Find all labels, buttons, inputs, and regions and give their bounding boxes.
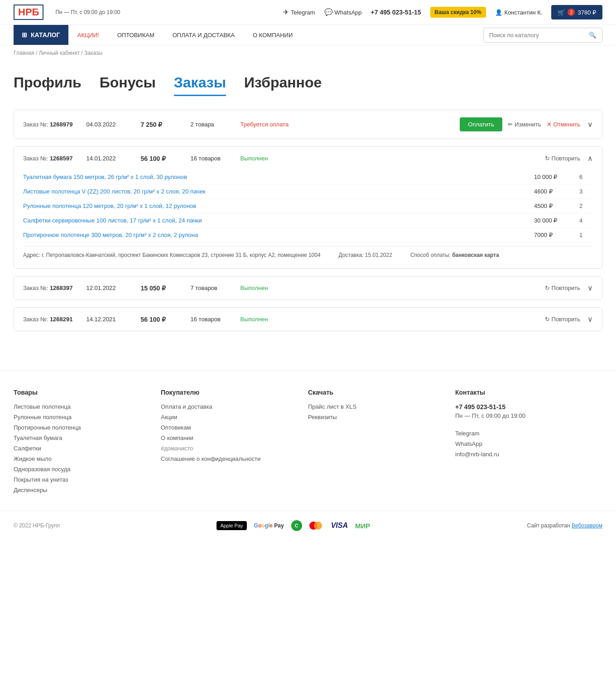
footer-email-link[interactable]: info@nrb-land.ru: [455, 451, 602, 458]
footer-goods: Товары Листовые полотенца Рулонные полот…: [14, 389, 161, 497]
telegram-link[interactable]: ✈ Telegram: [283, 8, 315, 16]
order-actions: ↻ Повторить ∧: [545, 154, 593, 163]
search-input[interactable]: [484, 28, 583, 42]
footer-goods-link-8[interactable]: Покрытия на унитаз: [14, 476, 161, 483]
footer-whatsapp-link[interactable]: WhatsApp: [455, 440, 602, 447]
product-qty: 3: [579, 188, 593, 195]
order-date: 14.12.2021: [87, 316, 127, 323]
header-left: НРБ Пн — Пт, с 09:00 до 19:00: [14, 5, 120, 20]
tab-bonuses[interactable]: Бонусы: [100, 74, 156, 96]
footer-goods-link-3[interactable]: Протирочные полотенца: [14, 424, 161, 431]
footer-buyer-link-4[interactable]: О компании: [161, 435, 308, 441]
footer-goods-link-5[interactable]: Салфетки: [14, 445, 161, 452]
footer-goods-link-1[interactable]: Листовые полотенца: [14, 403, 161, 410]
user-link[interactable]: 👤 Константин К.: [495, 9, 543, 16]
sber-icon: С: [291, 520, 302, 531]
repeat-label: Повторить: [552, 285, 580, 291]
footer-goods-link-2[interactable]: Рулонные полотенца: [14, 414, 161, 420]
product-link[interactable]: Протирочное полотенце 300 метров, 20 гр/…: [23, 232, 534, 238]
tab-profile[interactable]: Профиль: [14, 74, 82, 96]
breadcrumb-orders: Заказы: [84, 50, 102, 56]
footer-contacts: Контакты +7 495 023-51-15 Пн — Пт, с 09:…: [455, 389, 602, 497]
cart-sum: 3780 ₽: [578, 9, 596, 16]
product-link[interactable]: Листовые полотенца V (ZZ) 200 листов, 20…: [23, 188, 534, 195]
product-link[interactable]: Салфетки сервировочные 100 листов, 17 гр…: [23, 217, 534, 224]
product-link[interactable]: Рулонные полотенца 120 метров, 20 гр/м² …: [23, 203, 534, 209]
breadcrumb-cabinet[interactable]: Личный кабинет: [39, 50, 80, 56]
footer-goods-link-6[interactable]: Жидкое мыло: [14, 455, 161, 462]
cart-button[interactable]: 🛒 2 3780 ₽: [551, 5, 602, 19]
change-button[interactable]: ✏ Изменить: [508, 121, 541, 128]
footer-download: Скачать Прайс лист в XLS Реквизиты: [308, 389, 455, 497]
footer-buyer-title: Покупателю: [161, 389, 308, 396]
tab-orders[interactable]: Заказы: [174, 74, 226, 96]
nav-delivery[interactable]: ОПЛАТА И ДОСТАВКА: [164, 25, 244, 45]
payment-icons: Apple Pay Google Pay С VISA МИР: [217, 520, 370, 531]
repeat-icon: ↻: [545, 316, 550, 323]
order-sum: 7 250 ₽: [141, 121, 177, 128]
product-link[interactable]: Туалетная бумага 150 метров, 26 гр/м² х …: [23, 174, 534, 180]
repeat-button[interactable]: ↻ Повторить: [545, 155, 580, 162]
nav-about[interactable]: О КОМПАНИИ: [244, 25, 302, 45]
edit-icon: ✏: [508, 121, 513, 128]
order-row: Заказ №: 1268597 14.01.2022 56 100 ₽ 16 …: [14, 147, 602, 170]
developer-text: Сайт разработан: [527, 522, 572, 529]
footer-buyer-link-3[interactable]: Оптовикам: [161, 424, 308, 431]
footer-download-link-2[interactable]: Реквизиты: [308, 414, 455, 420]
footer-goods-link-7[interactable]: Одноразовая посуда: [14, 466, 161, 473]
order-actions: Оплатить ✏ Изменить ✕ Отменить ∨: [460, 117, 593, 131]
catalog-button[interactable]: ⊞ КАТАЛОГ: [14, 25, 68, 45]
footer-telegram-link[interactable]: Telegram: [455, 430, 602, 437]
order-address: Адрес: г. Петропавловск-Камчатский, прос…: [23, 252, 321, 258]
developer-link[interactable]: Вебозавром: [572, 522, 602, 529]
whatsapp-link[interactable]: 💬 WhatsApp: [324, 8, 362, 16]
search-button[interactable]: 🔍: [583, 28, 602, 42]
order-number: Заказ №: 1268597: [23, 155, 73, 162]
payment-label: Способ оплаты:: [410, 252, 451, 258]
footer-buyer-link-1[interactable]: Оплата и доставка: [161, 403, 308, 410]
product-row-3: Рулонные полотенца 120 метров, 20 гр/м² …: [23, 199, 593, 213]
product-row-4: Салфетки сервировочные 100 листов, 17 гр…: [23, 213, 593, 228]
footer-goods-link-9[interactable]: Диспенсеры: [14, 487, 161, 493]
cancel-button[interactable]: ✕ Отменить: [547, 121, 580, 128]
collapse-button[interactable]: ∧: [587, 154, 593, 163]
product-row-1: Туалетная бумага 150 метров, 26 гр/м² х …: [23, 170, 593, 184]
address-value: г. Петропавловск-Камчатский, проспект Ба…: [42, 252, 321, 258]
footer-buyer-link-5[interactable]: #домачисто: [161, 445, 308, 452]
repeat-button[interactable]: ↻ Повторить: [545, 316, 580, 323]
phone-number: +7 495 023-51-15: [371, 9, 421, 16]
expand-button[interactable]: ∨: [587, 315, 593, 324]
expand-button[interactable]: ∨: [587, 120, 593, 129]
footer-buyer-link-6[interactable]: Соглашение о конфиденциальности: [161, 455, 308, 462]
footer-download-link-1[interactable]: Прайс лист в XLS: [308, 403, 455, 410]
breadcrumb-home[interactable]: Главная: [14, 50, 34, 56]
logo-text: НРБ: [18, 6, 39, 18]
mir-icon: МИР: [355, 522, 370, 530]
product-row-2: Листовые полотенца V (ZZ) 200 листов, 20…: [23, 184, 593, 199]
nav-actions[interactable]: АКЦИИ!: [68, 25, 108, 45]
footer-goods-link-4[interactable]: Туалетная бумага: [14, 435, 161, 441]
order-sum: 56 100 ₽: [141, 155, 177, 162]
expand-button[interactable]: ∨: [587, 284, 593, 292]
payment-method: банковская карта: [452, 252, 499, 258]
tab-favorites[interactable]: Избранное: [244, 74, 322, 96]
delivery-label: Доставка:: [339, 252, 364, 258]
pay-button[interactable]: Оплатить: [460, 117, 502, 131]
repeat-button[interactable]: ↻ Повторить: [545, 285, 580, 291]
order-date: 04.03.2022: [87, 121, 127, 128]
footer-buyer-link-2[interactable]: Акции: [161, 414, 308, 420]
logo[interactable]: НРБ: [14, 5, 43, 20]
header: НРБ Пн — Пт, с 09:00 до 19:00 ✈ Telegram…: [0, 0, 616, 25]
order-row: Заказ №: 1268291 14.12.2021 56 100 ₽ 16 …: [14, 308, 602, 331]
repeat-label: Повторить: [552, 155, 580, 162]
nav-wholesale[interactable]: ОПТОВИКАМ: [108, 25, 164, 45]
repeat-label: Повторить: [552, 316, 580, 323]
visa-icon: VISA: [331, 522, 348, 530]
product-qty: 1: [579, 232, 593, 238]
google-pay-icon: Google Pay: [254, 522, 284, 529]
apple-pay-icon: Apple Pay: [217, 521, 246, 530]
whatsapp-icon: 💬: [324, 8, 333, 16]
order-items-count: 2 товара: [191, 121, 227, 128]
order-row: Заказ №: 1268397 12.01.2022 15 050 ₽ 7 т…: [14, 276, 602, 300]
order-card-1268291: Заказ №: 1268291 14.12.2021 56 100 ₽ 16 …: [14, 307, 602, 331]
